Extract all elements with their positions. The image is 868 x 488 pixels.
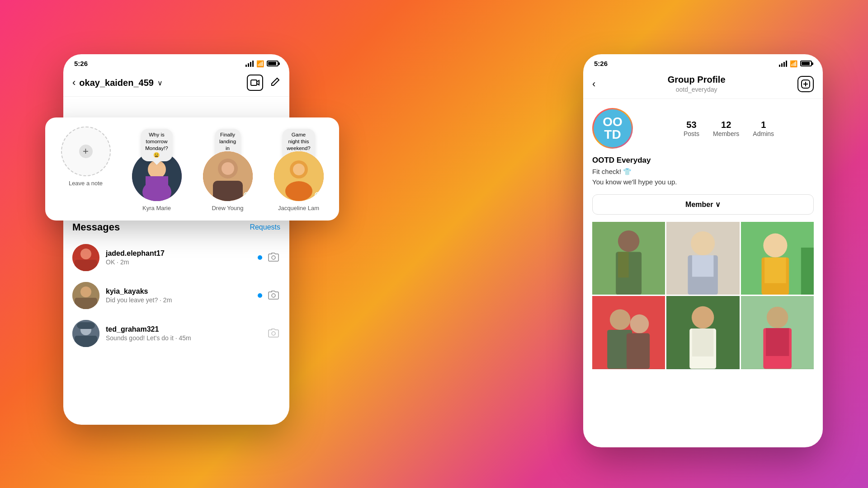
svg-point-51 xyxy=(692,306,714,328)
group-subtitle: ootd_everyday xyxy=(668,86,726,93)
avatar-ted xyxy=(72,320,99,347)
chat-header-left: ‹ okay_kaiden_459 ∨ xyxy=(72,77,163,89)
right-phone: 5:26 📶 ‹ Group Profile ootd_everyday xyxy=(583,54,823,447)
jacqueline-online-dot xyxy=(315,192,321,198)
group-profile-body: OOTD 53 Posts 12 Members 1 Admins xyxy=(583,99,823,369)
svg-point-22 xyxy=(272,294,275,297)
wifi-icon: 📶 xyxy=(256,60,264,67)
svg-rect-0 xyxy=(251,80,257,85)
svg-rect-49 xyxy=(627,333,650,369)
msg-preview-1: OK · 2m xyxy=(106,258,251,266)
svg-rect-25 xyxy=(77,322,95,329)
svg-rect-7 xyxy=(213,181,243,201)
svg-rect-41 xyxy=(801,248,814,295)
battery-icon-right xyxy=(800,61,812,66)
msg-content-1: jaded.elephant17 OK · 2m xyxy=(106,249,251,266)
member-button[interactable]: Member ∨ xyxy=(592,194,814,215)
requests-link[interactable]: Requests xyxy=(250,223,280,231)
note-item-leave[interactable]: + Leave a note xyxy=(52,127,119,187)
group-name: OOTD Everyday xyxy=(592,156,814,165)
bio-line1: Fit check! 👕 xyxy=(592,168,632,175)
photo-cell-5[interactable] xyxy=(666,296,739,369)
leave-note-label: Leave a note xyxy=(69,180,103,187)
msg-actions-3 xyxy=(267,327,280,340)
photo-cell-1[interactable] xyxy=(592,222,665,295)
status-bar-right: 5:26 📶 xyxy=(583,54,823,71)
group-title-wrap: Group Profile ootd_everyday xyxy=(668,75,726,93)
kyra-label: Kyra Marie xyxy=(142,205,171,211)
edit-button[interactable] xyxy=(270,77,280,89)
jacqueline-avatar xyxy=(274,151,324,201)
msg-actions-2 xyxy=(258,289,280,302)
svg-point-55 xyxy=(767,307,788,328)
status-icons-right: 📶 xyxy=(779,60,812,67)
back-button-right[interactable]: ‹ xyxy=(592,78,595,90)
note-item-kyra[interactable]: Why is tomorrow Monday!? 😩 Kyra Marie xyxy=(123,127,190,211)
unread-dot-1 xyxy=(258,255,262,260)
msg-content-2: kyia_kayaks Did you leave yet? · 2m xyxy=(106,287,251,304)
message-item-1[interactable]: jaded.elephant17 OK · 2m xyxy=(63,239,289,277)
svg-point-28 xyxy=(272,332,275,335)
svg-rect-4 xyxy=(146,176,168,190)
photo-cell-6[interactable] xyxy=(741,296,814,369)
chat-header-icons xyxy=(247,75,280,91)
note-item-jacqueline[interactable]: Game night this weekend? 🎱 Jacqueline La… xyxy=(265,127,332,211)
message-item-2[interactable]: kyia_kayaks Did you leave yet? · 2m xyxy=(63,277,289,314)
photo-cell-2[interactable] xyxy=(666,222,739,295)
svg-point-14 xyxy=(80,249,91,259)
camera-icon-3[interactable] xyxy=(267,327,280,340)
avatar-kyia xyxy=(72,282,99,309)
photo-cell-4[interactable] xyxy=(592,296,665,369)
svg-point-46 xyxy=(610,310,631,330)
photo-cell-3[interactable] xyxy=(741,222,814,295)
stat-admins: 1 Admins xyxy=(753,120,774,137)
messages-header: Messages Requests xyxy=(63,221,289,239)
group-bio: Fit check! 👕 You know we'll hype you up. xyxy=(592,167,814,187)
messages-panel: Messages Requests jaded.elephant17 OK · … xyxy=(63,221,289,361)
add-note-avatar[interactable]: + xyxy=(61,127,111,176)
svg-point-8 xyxy=(222,162,234,175)
drew-note-wrap: Finally landing in NYC! ❤️ xyxy=(203,151,253,201)
stat-admins-label: Admins xyxy=(753,130,774,137)
svg-point-11 xyxy=(285,181,312,201)
camera-icon-1[interactable] xyxy=(267,251,280,264)
svg-rect-27 xyxy=(75,336,97,347)
msg-username-2: kyia_kayaks xyxy=(106,287,251,296)
svg-rect-53 xyxy=(692,328,713,357)
bio-line2: You know we'll hype you up. xyxy=(592,178,677,186)
svg-rect-21 xyxy=(75,298,97,309)
notes-row: + Leave a note Why is tomorrow Monday!? … xyxy=(52,127,332,211)
stat-posts-label: Posts xyxy=(684,130,699,137)
signal-icon xyxy=(245,61,254,67)
svg-point-48 xyxy=(630,314,649,333)
time-left: 5:26 xyxy=(74,60,88,67)
notes-card: + Leave a note Why is tomorrow Monday!? … xyxy=(45,117,339,221)
chat-title: okay_kaiden_459 xyxy=(79,78,154,88)
group-header: ‹ Group Profile ootd_everyday xyxy=(583,71,823,99)
msg-preview-3: Sounds good! Let's do it · 45m xyxy=(106,334,260,342)
note-item-drew[interactable]: Finally landing in NYC! ❤️ Drew Young xyxy=(194,127,261,211)
time-right: 5:26 xyxy=(594,60,608,67)
video-call-button[interactable] xyxy=(247,75,263,91)
svg-rect-44 xyxy=(764,258,786,283)
signal-icon-right xyxy=(779,61,787,67)
msg-username-3: ted_graham321 xyxy=(106,325,260,333)
back-button[interactable]: ‹ xyxy=(72,77,75,89)
msg-content-3: ted_graham321 Sounds good! Let's do it ·… xyxy=(106,325,260,342)
svg-rect-16 xyxy=(75,260,97,271)
msg-actions-1 xyxy=(258,251,280,264)
camera-icon-2[interactable] xyxy=(267,289,280,302)
msg-preview-2: Did you leave yet? · 2m xyxy=(106,296,251,304)
svg-point-33 xyxy=(618,230,639,252)
status-bar-left: 5:26 📶 xyxy=(63,54,289,71)
add-member-button[interactable] xyxy=(797,76,814,92)
kyra-note-wrap: Why is tomorrow Monday!? 😩 xyxy=(132,151,182,201)
stat-members-number: 12 xyxy=(713,120,739,130)
svg-point-19 xyxy=(80,286,91,297)
chevron-icon: ∨ xyxy=(157,79,163,87)
member-button-label: Member ∨ xyxy=(685,200,721,209)
message-item-3[interactable]: ted_graham321 Sounds good! Let's do it ·… xyxy=(63,314,289,352)
group-avatar-text: OOTD xyxy=(603,116,623,141)
kyra-note-bubble: Why is tomorrow Monday!? 😩 xyxy=(141,129,173,161)
svg-point-37 xyxy=(691,231,715,255)
